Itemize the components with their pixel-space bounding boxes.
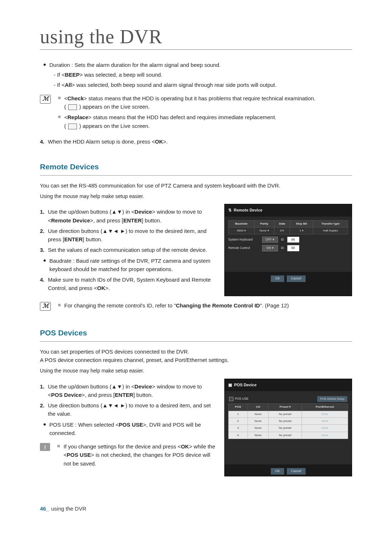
page-title: using the DVR [40,25,352,50]
pos-use-note: POS USE : When selected <POS USE>, DVR a… [40,420,217,438]
table-row[interactable]: 1NoneNo presetNone [229,411,348,418]
ok-button[interactable]: OK [271,275,284,282]
pos-warning: If you change settings for the device an… [57,442,217,468]
table-row[interactable]: 2NoneNo presetNone [229,418,348,424]
hdd-check-icon [68,104,77,110]
pos-use-checkbox[interactable]: POS USE [229,396,249,401]
pos-table: POS CH Preset ▾ Port/Ethernet 1NoneNo pr… [228,403,348,439]
pos-step-2: 2. Use direction buttons (▲▼◄ ►) to move… [40,401,217,418]
pos-device-screenshot: ▦POS Device POS USE POS Device Setup POS… [224,379,352,476]
sys-kbd-dropdown[interactable]: OFF ▾ [262,237,278,243]
remote-step-3: 3. Set the values of each communication … [40,246,217,254]
remote-step-4: 4. Make sure to match IDs of the DVR, Sy… [40,275,217,293]
pos-intro-1: You can set properties of POS devices co… [40,347,352,356]
note-icon: ℳ [40,95,51,104]
remote-baudrate-note: Baudrate : Baud rate settings of the DVR… [40,257,217,274]
mouse-hint-1: Using the mouse may help make setup easi… [40,193,352,201]
remote-device-screenshot: ⇅Remote Device Baudrate Parity Data Stop… [224,204,352,296]
hdd-replace-icon [68,124,77,129]
sys-kbd-id[interactable]: 00 [287,237,299,243]
remote-intro: You can set the RS-485 communication for… [40,181,352,190]
note-replace: <Replace> status means that the HDD has … [58,113,352,130]
pos-step-1: 1. Use the up/down buttons (▲▼) in <Devi… [40,382,217,399]
cancel-button[interactable]: Cancel [287,275,306,282]
remote-step-1: 1. Use the up/down buttons (▲▼) in <Devi… [40,208,217,225]
bullet-duration: Duration : Sets the alarm duration for t… [40,61,352,69]
rc-dropdown[interactable]: ON ▾ [262,245,278,251]
section-pos-devices: POS Devices [40,327,352,342]
step-4-hdd: 4. When the HDD Alarm setup is done, pre… [40,137,352,146]
pos-intro-2: A POS device connection requires channel… [40,356,352,364]
warning-icon: ! [40,443,50,451]
pos-icon: ▦ [228,382,232,388]
pos-device-setup-button[interactable]: POS Device Setup [317,396,347,402]
rc-id[interactable]: 00 [287,245,299,251]
note-icon: ℳ [40,302,51,311]
table-row[interactable]: 4NoneNo presetNone [229,432,348,439]
sub-beep: - If <BEEP> was selected, a beep will so… [54,70,352,79]
table-row[interactable]: 3NoneNo presetNone [229,425,348,432]
mouse-hint-2: Using the mouse may help make setup easi… [40,367,352,375]
remote-icon: ⇅ [228,207,232,213]
system-keyboard-row[interactable]: System Keyboard OFF ▾ ID 00 [228,237,348,243]
remote-comm-table: Baudrate Parity Data Stop Bit Transfer t… [228,220,348,235]
section-remote-devices: Remote Devices [40,161,352,176]
note-check: <Check> status means that the HDD is ope… [58,94,352,111]
remote-control-row[interactable]: Remote Control ON ▾ ID 00 [228,245,348,251]
remote-id-note: For changing the remote control's ID, re… [58,301,352,310]
page-footer: 46_using the DVR [40,505,352,512]
cancel-button[interactable]: Cancel [287,468,306,475]
ok-button[interactable]: OK [271,468,284,475]
sub-all: - If <All> was selected, both beep sound… [54,81,352,89]
remote-step-2: 2. Use direction buttons (▲▼◄ ►) to move… [40,227,217,244]
